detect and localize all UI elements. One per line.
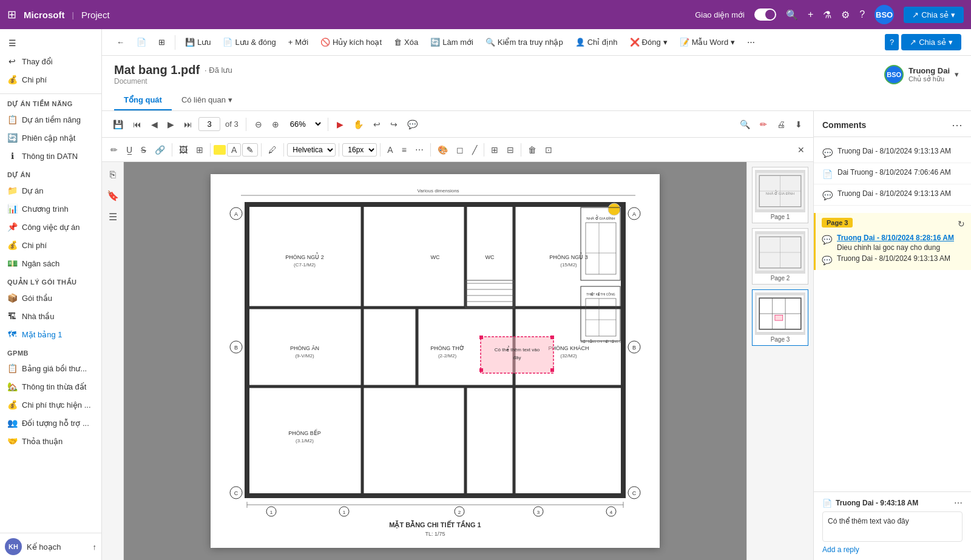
pdf-search-btn[interactable]: 🔍 [736, 117, 754, 132]
sidebar-item-matbang[interactable]: 🗺 Mặt bảng 1 [0, 325, 101, 343]
pdf-sidebar-toggle-btn[interactable]: ☰ [106, 209, 120, 225]
sidebar-item-chuongtrinh[interactable]: 📊 Chương trình [0, 200, 101, 218]
help-icon-btn[interactable]: ? [859, 9, 865, 20]
tab-tong-quat[interactable]: Tổng quát [114, 90, 172, 110]
sidebar-item-chiphi-th[interactable]: 💰 Chi phí thực hiện ... [0, 396, 101, 414]
anno-close-btn[interactable]: ✕ [794, 143, 808, 157]
pdf-zoom-select[interactable]: 66% 50% 75% 100% [285, 118, 323, 130]
tab-co-lien-quan[interactable]: Có liên quan ▾ [172, 90, 242, 110]
save-button[interactable]: 💾 Lưu [180, 35, 215, 50]
pdf-copy-btn[interactable]: ⎘ [107, 167, 118, 183]
close-button[interactable]: ❌ Đóng ▾ [625, 35, 672, 50]
pdf-zoom-select-wrapper[interactable]: 66% 50% 75% 100% [285, 118, 323, 130]
pdf-pan-btn[interactable]: ✋ [350, 117, 367, 132]
anno-edit-btn[interactable]: ✏ [107, 143, 121, 157]
pdf-bookmark-btn[interactable]: 🔖 [104, 187, 121, 204]
owner-chevron-icon[interactable]: ▾ [955, 70, 959, 79]
doc-split-button[interactable]: ⊞ [154, 35, 170, 50]
sidebar-item-chiphi-top[interactable]: 💰 Chi phí [0, 70, 101, 89]
sidebar-item-thongtin[interactable]: ℹ Thông tin DATN [0, 147, 101, 165]
anno-stroke-btn[interactable]: ╱ [469, 143, 481, 157]
sidebar-item-datn[interactable]: 📋 Dự án tiềm năng [0, 110, 101, 129]
thumbnail-3[interactable]: Page 3 [752, 289, 808, 346]
anno-underline-btn[interactable]: U̲ [123, 143, 136, 157]
more-button[interactable]: ⋯ [742, 35, 760, 50]
sidebar-item-congviec[interactable]: 📌 Công việc dự án [0, 218, 101, 236]
anno-more-btn[interactable]: ⋯ [411, 143, 427, 157]
delete-button[interactable]: 🗑 Xóa [389, 35, 423, 50]
anno-delete-btn[interactable]: 🗑 [524, 143, 540, 157]
back-button[interactable]: ← [112, 35, 129, 50]
pdf-canvas-area[interactable]: Various dimensions [124, 162, 746, 560]
pdf-download-btn[interactable]: ⬇ [791, 117, 806, 132]
anno-pen-btn[interactable]: 🖊 [265, 143, 280, 157]
anno-link-btn[interactable]: 🔗 [151, 143, 169, 157]
settings-icon-btn[interactable]: ⚙ [841, 9, 850, 21]
anno-border-btn[interactable]: ◻ [453, 143, 467, 157]
assign-button[interactable]: 👤 Chỉ định [570, 35, 623, 50]
sidebar-item-back[interactable]: ↩ Thay đổi [0, 52, 101, 70]
font-size-select[interactable]: 16px 12px 14px 18px [342, 143, 377, 157]
font-family-select[interactable]: Helvetica Arial [287, 143, 336, 157]
save-close-button[interactable]: 📄 Lưu & đóng [218, 35, 280, 50]
comments-menu-btn[interactable]: ⋯ [952, 118, 963, 132]
pdf-highlight-btn[interactable]: ✏ [756, 117, 771, 132]
pdf-prev-page-btn[interactable]: ◀ [147, 117, 161, 132]
anno-align-btn[interactable]: ≡ [398, 143, 410, 157]
pdf-zoom-in-btn[interactable]: ⊕ [268, 117, 283, 132]
anno-image-btn[interactable]: 🖼 [175, 143, 191, 157]
sidebar-item-nganSach[interactable]: 💵 Ngân sách [0, 254, 101, 272]
sidebar-item-chiphi-da[interactable]: 💰 Chi phí [0, 236, 101, 254]
anno-highlight-color-btn[interactable] [214, 145, 226, 155]
anno-grid-btn[interactable]: ⊞ [487, 143, 502, 157]
search-icon-btn[interactable]: 🔍 [786, 9, 798, 21]
sidebar-item-nhathau[interactable]: 🏗 Nhà thầu [0, 307, 101, 325]
sidebar-item-thuadAt[interactable]: 🏡 Thông tin thừa đất [0, 377, 101, 396]
pdf-page-input[interactable] [198, 117, 220, 131]
anno-table2-btn[interactable]: ⊟ [503, 143, 518, 157]
doc-view-button[interactable]: 📄 [132, 35, 151, 50]
sidebar-item-thoathuan[interactable]: 🤝 Thỏa thuận [0, 432, 101, 450]
help-question-button[interactable]: ? [885, 34, 899, 50]
sidebar-item-menu[interactable]: ☰ [0, 34, 101, 52]
sidebar-item-phien[interactable]: 🔄 Phiên cập nhật [0, 129, 101, 147]
pdf-undo-btn[interactable]: ↩ [370, 117, 384, 132]
share-button[interactable]: ↗ Chia sẻ ▾ [904, 7, 964, 23]
anno-stroke-color-btn[interactable]: ✎ [242, 143, 258, 157]
add-icon-btn[interactable]: + [808, 9, 813, 20]
new-button[interactable]: + Mới [283, 35, 313, 50]
word-template-button[interactable]: 📝 Mẫu Word ▾ [675, 35, 740, 50]
pdf-comment-btn[interactable]: 💬 [404, 117, 421, 132]
pdf-next-page-btn[interactable]: ▶ [164, 117, 178, 132]
pdf-print-btn[interactable]: 🖨 [773, 117, 789, 132]
pdf-redo-btn[interactable]: ↪ [387, 117, 401, 132]
anno-strikethrough-btn[interactable]: S̶ [137, 143, 150, 157]
thumbnail-2[interactable]: Page 2 [752, 228, 808, 285]
access-check-button[interactable]: 🔍 Kiểm tra truy nhập [481, 35, 568, 50]
anno-table-btn[interactable]: ⊞ [192, 143, 207, 157]
theme-toggle[interactable] [754, 8, 776, 21]
pdf-save-btn[interactable]: 💾 [109, 117, 127, 132]
sidebar-item-duan[interactable]: 📁 Dự án [0, 181, 101, 200]
pdf-first-page-btn[interactable]: ⏮ [129, 117, 145, 132]
refresh-comment-btn[interactable]: ↻ [958, 219, 965, 229]
deactivate-button[interactable]: 🚫 Hủy kích hoạt [316, 35, 387, 50]
sidebar-item-goithau[interactable]: 📦 Gói thầu [0, 289, 101, 307]
thumbnail-1[interactable]: NHÀ Ở GIA ĐÌNH Page 1 [752, 167, 808, 223]
pdf-last-page-btn[interactable]: ⏭ [180, 117, 196, 132]
refresh-button[interactable]: 🔄 Làm mới [425, 35, 478, 50]
share-button-toolbar[interactable]: ↗ Chia sẻ ▾ [901, 34, 961, 50]
comment-reply-btn[interactable]: Add a reply [822, 545, 963, 554]
waffle-icon[interactable]: ⊞ [7, 8, 16, 21]
user-avatar[interactable]: BSO [875, 5, 894, 24]
filter-icon-btn[interactable]: ⚗ [823, 9, 831, 21]
pdf-zoom-out-btn[interactable]: ⊖ [251, 117, 266, 132]
sidebar-item-banggia[interactable]: 📋 Bảng giá bồi thư... [0, 359, 101, 377]
anno-font-size-btn[interactable]: A [384, 143, 396, 157]
sidebar-item-doituong[interactable]: 👥 Đối tượng hỗ trợ ... [0, 414, 101, 432]
anno-text-color-btn[interactable]: A [227, 143, 241, 157]
sidebar-expand-icon[interactable]: ↑ [93, 542, 97, 552]
anno-fill-btn[interactable]: 🎨 [434, 143, 452, 157]
anno-expand-btn[interactable]: ⊡ [541, 143, 556, 157]
pdf-select-btn[interactable]: ▶ [333, 117, 347, 132]
